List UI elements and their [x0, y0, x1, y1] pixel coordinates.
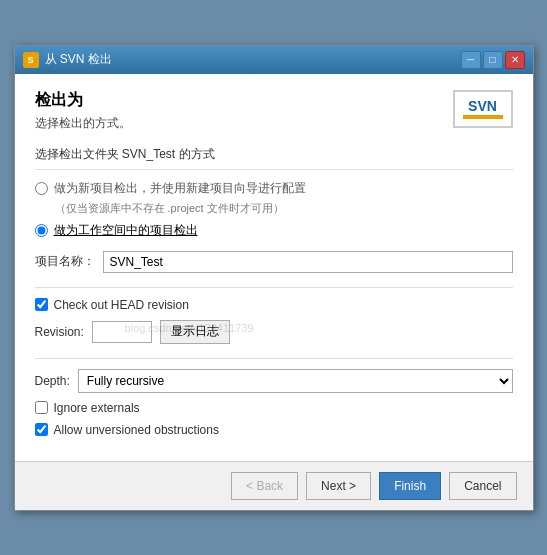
window-icon: S [23, 52, 39, 68]
window-title: 从 SVN 检出 [45, 51, 112, 68]
radio-workspace[interactable] [35, 224, 48, 237]
page-title: 检出为 [35, 90, 131, 111]
head-revision-label[interactable]: Check out HEAD revision [54, 298, 189, 312]
ignore-externals-label[interactable]: Ignore externals [54, 401, 140, 415]
show-log-button[interactable]: 显示日志 [160, 320, 230, 344]
radio-item-workspace: 做为工作空间中的项目检出 [35, 222, 513, 239]
bottom-bar: < Back Next > Finish Cancel [15, 461, 533, 510]
project-name-label: 项目名称： [35, 253, 95, 270]
cancel-button[interactable]: Cancel [449, 472, 516, 500]
title-bar: S 从 SVN 检出 ─ □ ✕ [15, 46, 533, 74]
next-button[interactable]: Next > [306, 472, 371, 500]
allow-unversioned-checkbox[interactable] [35, 423, 48, 436]
ignore-externals-row: Ignore externals [35, 401, 513, 415]
section-label: 选择检出文件夹 SVN_Test 的方式 [35, 146, 513, 170]
radio-group: 做为新项目检出，并使用新建项目向导进行配置 （仅当资源库中不存在 .projec… [35, 180, 513, 239]
title-bar-buttons: ─ □ ✕ [461, 51, 525, 69]
radio-new-project-label[interactable]: 做为新项目检出，并使用新建项目向导进行配置 [54, 180, 306, 197]
depth-label: Depth: [35, 374, 70, 388]
back-button[interactable]: < Back [231, 472, 298, 500]
head-revision-checkbox[interactable] [35, 298, 48, 311]
revision-label: Revision: [35, 325, 84, 339]
finish-button[interactable]: Finish [379, 472, 441, 500]
project-name-row: 项目名称： [35, 251, 513, 273]
dialog-content: 检出为 选择检出的方式。 SVN 选择检出文件夹 SVN_Test 的方式 做为… [15, 74, 533, 461]
svn-logo-bar [463, 115, 503, 119]
depth-select[interactable]: Fully recursive Immediate children Only … [78, 369, 513, 393]
main-window: S 从 SVN 检出 ─ □ ✕ 检出为 选择检出的方式。 SVN 选择检出文件… [14, 45, 534, 511]
depth-row: Depth: Fully recursive Immediate childre… [35, 369, 513, 393]
header-text: 检出为 选择检出的方式。 [35, 90, 131, 132]
title-bar-left: S 从 SVN 检出 [23, 51, 112, 68]
divider-2 [35, 358, 513, 359]
page-header: 检出为 选择检出的方式。 SVN [35, 90, 513, 132]
allow-unversioned-label[interactable]: Allow unversioned obstructions [54, 423, 219, 437]
svn-logo-text: SVN [468, 99, 497, 113]
project-name-input[interactable] [103, 251, 513, 273]
maximize-button[interactable]: □ [483, 51, 503, 69]
divider-1 [35, 287, 513, 288]
radio-workspace-label[interactable]: 做为工作空间中的项目检出 [54, 222, 198, 239]
radio-hint: （仅当资源库中不存在 .project 文件时才可用） [55, 201, 513, 216]
allow-unversioned-row: Allow unversioned obstructions [35, 423, 513, 437]
ignore-externals-checkbox[interactable] [35, 401, 48, 414]
radio-new-project[interactable] [35, 182, 48, 195]
head-revision-row: Check out HEAD revision [35, 298, 513, 312]
page-subtitle: 选择检出的方式。 [35, 115, 131, 132]
minimize-button[interactable]: ─ [461, 51, 481, 69]
radio-item-new-project: 做为新项目检出，并使用新建项目向导进行配置 [35, 180, 513, 197]
close-button[interactable]: ✕ [505, 51, 525, 69]
revision-input[interactable] [92, 321, 152, 343]
revision-row: Revision: 显示日志 blog.csdn.net/v123411739 [35, 320, 513, 344]
svn-logo: SVN [453, 90, 513, 128]
